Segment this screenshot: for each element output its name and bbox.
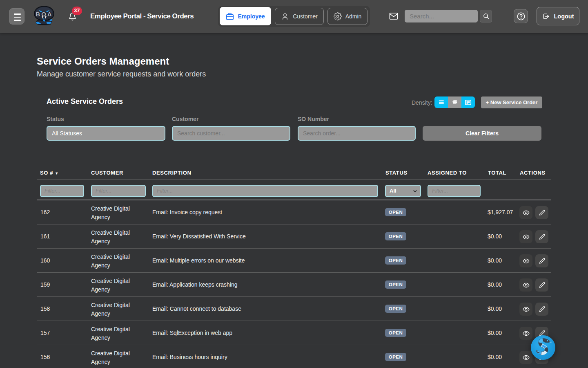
svg-text:BOA: BOA (36, 11, 53, 18)
